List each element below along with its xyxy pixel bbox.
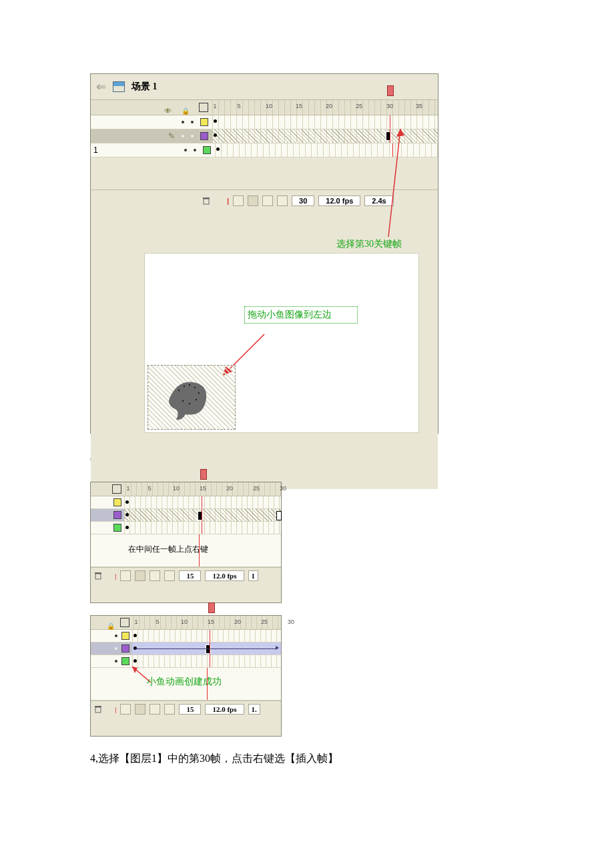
onion-markers-icon[interactable] (277, 195, 288, 206)
ruler-tick: 5 (237, 103, 240, 109)
lock-icon[interactable] (182, 104, 191, 111)
ruler-tick: 25 (253, 485, 260, 492)
svg-point-11 (196, 399, 197, 400)
dot-icon (184, 149, 187, 151)
onion-skin-icon[interactable] (233, 195, 244, 206)
layer-name: 1 (93, 145, 98, 155)
layer-color-swatch[interactable] (200, 118, 208, 126)
outline-icon[interactable] (199, 103, 208, 112)
dot-icon (115, 647, 117, 650)
outline-icon[interactable] (120, 618, 129, 627)
stage-area: 选择第30关键帧 拖动小鱼图像到左边 (91, 211, 438, 489)
annotation-arrow (383, 125, 423, 238)
pencil-icon: ✎ (168, 131, 175, 141)
layer-color-swatch[interactable] (113, 524, 121, 532)
fish-image[interactable] (163, 376, 218, 422)
dot-icon (191, 121, 194, 123)
frame-ruler[interactable]: 1 5 10 15 20 25 30 (133, 616, 281, 629)
frame-ruler[interactable]: 1 5 10 15 20 25 30 (125, 482, 281, 496)
back-arrow-icon[interactable]: ⇐ (96, 79, 106, 94)
dot-icon (194, 149, 196, 151)
playhead-cap[interactable] (387, 85, 394, 96)
layer-row-selected[interactable] (91, 509, 281, 522)
layer-meta (91, 657, 132, 665)
frame-rate: 12.0 fps (205, 570, 244, 581)
trash-icon[interactable] (93, 571, 103, 580)
layer-row-selected[interactable] (91, 642, 281, 655)
onion-skin-icon[interactable] (120, 570, 131, 581)
frame-track[interactable] (132, 630, 281, 642)
keyframe-icon[interactable] (125, 513, 129, 516)
keyframe-icon[interactable] (133, 659, 137, 663)
frame-ruler[interactable]: 1 5 10 15 20 25 30 35 (212, 100, 438, 115)
playhead-line (202, 522, 202, 534)
svg-rect-14 (95, 574, 101, 579)
svg-line-2 (388, 129, 400, 237)
onion-skin-outline-icon[interactable] (135, 570, 145, 581)
playhead-cap[interactable] (208, 602, 215, 613)
keyframe-icon[interactable] (216, 147, 220, 151)
layer-color-swatch[interactable] (200, 132, 208, 140)
frame-track[interactable] (124, 509, 281, 521)
trash-icon[interactable] (93, 705, 103, 714)
ruler-tick: 1 (134, 618, 137, 625)
ruler-tick: 20 (234, 618, 241, 625)
lock-icon[interactable] (107, 619, 116, 626)
edit-multiple-frames-icon[interactable] (149, 704, 160, 715)
keyframe-icon[interactable] (133, 634, 137, 637)
playhead-line (210, 630, 210, 642)
layer-color-swatch[interactable] (113, 498, 121, 506)
layer-color-swatch[interactable] (121, 644, 129, 653)
annotation-right-click: 在中间任一帧上点右键 (128, 544, 208, 555)
playhead-cap[interactable] (200, 469, 207, 480)
onion-markers-icon[interactable] (164, 704, 175, 715)
ruler-tick: 20 (226, 485, 233, 492)
visibility-icon[interactable] (164, 104, 174, 111)
layer-color-swatch[interactable] (121, 632, 129, 640)
ruler-tick: 15 (200, 485, 206, 492)
frame-track[interactable] (124, 496, 281, 508)
layer-meta (91, 524, 124, 532)
layer-row[interactable] (91, 630, 281, 642)
layer-color-swatch[interactable] (203, 146, 211, 154)
layer-color-swatch[interactable] (113, 511, 121, 519)
trash-icon[interactable] (202, 196, 211, 205)
ruler-tick: 35 (416, 103, 422, 109)
scene-label: 场景 1 (131, 81, 158, 93)
playhead-line (202, 496, 202, 508)
timeline-header: 1 5 10 15 20 25 30 (91, 616, 281, 630)
keyframe-end-icon[interactable] (276, 511, 282, 520)
edit-multiple-frames-icon[interactable] (262, 195, 273, 206)
playhead-line (210, 642, 210, 655)
timeline-header: 1 5 10 15 20 25 30 (91, 482, 281, 496)
frame-track[interactable] (124, 522, 281, 534)
keyframe-icon[interactable] (214, 133, 217, 137)
keyframe-icon[interactable] (125, 500, 129, 504)
playhead-line (210, 655, 210, 667)
frame-track-tween[interactable] (132, 642, 281, 655)
edit-multiple-frames-icon[interactable] (149, 570, 160, 581)
svg-point-7 (184, 386, 185, 387)
onion-skin-icon[interactable] (120, 704, 131, 715)
frame-rate: 12.0 fps (318, 195, 360, 206)
onion-skin-outline-icon[interactable] (135, 704, 145, 715)
onion-skin-outline-icon[interactable] (248, 195, 258, 206)
layer-color-swatch[interactable] (121, 657, 129, 665)
onion-markers-icon[interactable] (164, 570, 175, 581)
outline-icon[interactable] (112, 484, 121, 494)
ruler-tick: 5 (156, 618, 159, 625)
layer-row[interactable] (91, 522, 281, 534)
figure-3-timeline: 1 5 10 15 20 25 30 (90, 615, 282, 737)
ruler-tick: 1 (126, 485, 129, 492)
ruler-tick: 25 (356, 103, 362, 109)
keyframe-icon[interactable] (214, 119, 217, 123)
tween-arrow-icon (276, 646, 279, 650)
layer-row[interactable] (91, 655, 281, 668)
ruler-tick: 30 (288, 618, 294, 625)
layer-row[interactable] (91, 496, 281, 509)
ruler-tick: 10 (266, 103, 272, 109)
dot-icon (182, 135, 184, 137)
keyframe-icon[interactable] (125, 526, 129, 529)
keyframe-icon[interactable] (133, 646, 137, 650)
layer-meta (91, 644, 132, 653)
